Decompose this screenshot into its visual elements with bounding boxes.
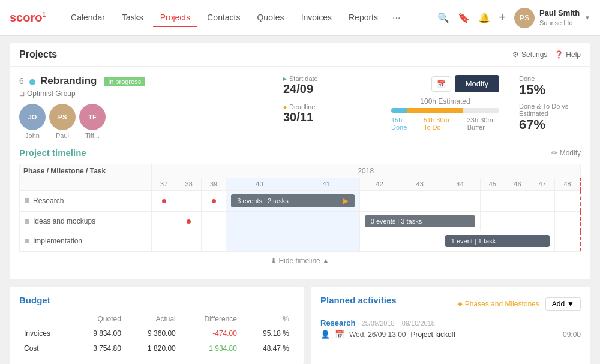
- year-header: 2018: [152, 164, 581, 178]
- project-left: 6 Rebranding In progress Optimist Group …: [19, 75, 271, 139]
- top-bar: scoro1 Calendar Tasks Projects Contacts …: [0, 0, 600, 36]
- timeline-modify-link[interactable]: ✏ Modify: [551, 149, 581, 157]
- card-header: Projects ⚙ Settings ❓ Help: [10, 43, 590, 67]
- milestone-dot: [162, 199, 166, 203]
- planned-card: Planned activities Phases and Milestones…: [311, 287, 590, 364]
- phase-dot: [25, 239, 29, 243]
- nav-invoices[interactable]: Invoices: [294, 9, 339, 27]
- milestone-dot: [187, 219, 191, 224]
- row-quoted: 3 754.80: [71, 341, 126, 356]
- team-avatars: JO John PS Paul TF Tiff...: [19, 104, 271, 139]
- estimated-label: 100h Estimated: [391, 97, 499, 106]
- col-pct: %: [242, 312, 294, 326]
- activity-group: Research 25/09/2018 – 09/10/2018 👤 📅 Wed…: [320, 318, 581, 341]
- budget-table: Quoted Actual Difference % Invoices 9 83…: [19, 312, 294, 356]
- activity-date: Wed, 26/09 13:00: [349, 330, 406, 339]
- activity-time: 09:00: [563, 330, 581, 339]
- week-47: 47: [530, 178, 554, 191]
- help-link[interactable]: ❓ Help: [554, 50, 581, 59]
- project-status-dot: [29, 79, 35, 85]
- modify-button[interactable]: Modify: [455, 75, 499, 92]
- nav-quotes[interactable]: Quotes: [250, 9, 291, 27]
- settings-link[interactable]: ⚙ Settings: [512, 50, 547, 59]
- logo: scoro1: [10, 11, 46, 25]
- project-detail: 6 Rebranding In progress Optimist Group …: [10, 67, 590, 148]
- week-46: 46: [505, 178, 530, 191]
- deadline-block: Deadline 30/11: [283, 103, 379, 124]
- avatar: PS: [514, 8, 535, 28]
- user-menu[interactable]: PS Paul Smith Sunrise Ltd ▼: [514, 8, 590, 28]
- calendar-view-button[interactable]: 📅: [431, 76, 451, 92]
- add-icon[interactable]: +: [499, 11, 506, 25]
- phase-dot: [25, 219, 29, 224]
- main-nav: Calendar Tasks Projects Contacts Quotes …: [64, 9, 405, 27]
- bookmark-icon[interactable]: 🔖: [458, 12, 470, 23]
- row-diff: 1 934.80: [181, 341, 242, 356]
- project-name: Rebranding: [40, 75, 97, 86]
- budget-row-invoices: Invoices 9 834.00 9 360.00 -474.00 95.18…: [19, 326, 294, 341]
- start-date-value: 24/09: [283, 82, 379, 96]
- week-42: 42: [359, 178, 400, 191]
- projects-card: Projects ⚙ Settings ❓ Help 6 Rebranding …: [10, 43, 590, 279]
- project-number: 6: [19, 76, 24, 86]
- nav-tasks[interactable]: Tasks: [115, 9, 151, 27]
- progress-buffer: [463, 108, 499, 113]
- nav-projects[interactable]: Projects: [153, 9, 198, 27]
- row-actual: 1 820.00: [126, 341, 181, 356]
- row-actual: 9 360.00: [126, 326, 181, 341]
- page-title: Projects: [19, 49, 57, 60]
- bottom-grid: Budget Quoted Actual Difference % Invoic…: [10, 287, 590, 364]
- gantt-bar-impl[interactable]: 1 event | 1 task: [445, 235, 550, 247]
- row-label: Invoices: [19, 326, 71, 341]
- search-icon[interactable]: 🔍: [437, 12, 449, 23]
- timeline-title: Project timeline: [19, 148, 86, 158]
- nav-contacts[interactable]: Contacts: [200, 9, 247, 27]
- bell-icon[interactable]: 🔔: [478, 12, 490, 23]
- todo-label: 51h 30m To Do: [424, 116, 455, 131]
- user-name: Paul Smith: [539, 8, 580, 19]
- start-date-label: Start date: [283, 75, 379, 82]
- activity-item: 👤 📅 Wed, 26/09 13:00 Project kickoff 09:…: [320, 327, 581, 341]
- nav-reports[interactable]: Reports: [341, 9, 385, 27]
- avatar: TF: [79, 104, 106, 130]
- activity-group-label: Research: [320, 318, 356, 327]
- col-quoted: Quoted: [71, 312, 126, 326]
- milestone-dot: [212, 199, 216, 203]
- activity-name: Project kickoff: [411, 330, 455, 339]
- row-diff: -474.00: [181, 326, 242, 341]
- done-pct-value: 15%: [519, 82, 581, 98]
- week-38: 38: [176, 178, 201, 191]
- add-button[interactable]: Add ▼: [545, 297, 581, 311]
- top-right-actions: 🔍 🔖 🔔 + PS Paul Smith Sunrise Ltd ▼: [437, 8, 590, 28]
- team-member-2: PS Paul: [49, 104, 76, 139]
- avatar: PS: [49, 104, 76, 130]
- status-badge: In progress: [104, 77, 145, 86]
- phase-col-header: Phase / Milestone / Task: [20, 164, 152, 178]
- nav-calendar[interactable]: Calendar: [64, 9, 112, 27]
- phases-milestones-link[interactable]: Phases and Milestones: [458, 300, 539, 308]
- done-label: 15h Done: [391, 116, 412, 131]
- modify-btn-row: 📅 Modify: [391, 75, 499, 92]
- gantt-bar-ideas[interactable]: 0 events | 3 tasks: [365, 215, 475, 227]
- nav-more[interactable]: ···: [388, 9, 405, 27]
- start-date-block: Start date 24/09: [283, 75, 379, 96]
- row-quoted: 9 834.00: [71, 326, 126, 341]
- row-pct: 95.18 %: [242, 326, 294, 341]
- progress-todo: [407, 108, 463, 113]
- progress-bar: [391, 108, 499, 113]
- gantt-bar-research[interactable]: 3 events | 2 tasks: [231, 194, 354, 207]
- avatar-name: Paul: [49, 132, 76, 139]
- phase-label: Implementation: [25, 237, 146, 245]
- done-stat-label: Done: [519, 75, 581, 82]
- done-vs-value: 67%: [519, 117, 581, 133]
- phase-label: Ideas and mockups: [25, 217, 146, 225]
- avatar: JO: [19, 104, 46, 130]
- activity-date-range: 25/09/2018 – 09/10/2018: [362, 320, 435, 327]
- phase-implementation: Implementation 1 event | 1 task: [20, 231, 581, 251]
- hide-timeline-button[interactable]: ⬇ Hide timeline ▲: [19, 251, 581, 270]
- timeline-header: Project timeline ✏ Modify: [19, 148, 581, 158]
- team-member-3: TF Tiff...: [79, 104, 106, 139]
- avatar-name: John: [19, 132, 46, 139]
- week-39: 39: [201, 178, 226, 191]
- budget-card: Budget Quoted Actual Difference % Invoic…: [10, 287, 304, 364]
